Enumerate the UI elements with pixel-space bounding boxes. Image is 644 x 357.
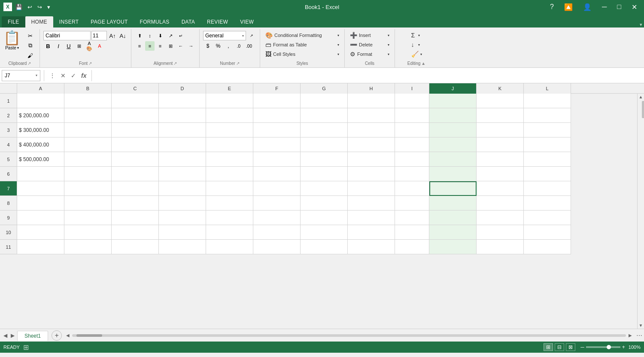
cell-E3[interactable] [206, 123, 253, 137]
cell-J8[interactable] [429, 196, 477, 211]
sheet-options-button[interactable]: ⋯ [636, 332, 642, 339]
cell-K4[interactable] [477, 137, 524, 152]
align-center-button[interactable]: ≡ [145, 41, 155, 51]
bold-button[interactable]: B [43, 41, 53, 51]
merge-button[interactable]: ⊞ [166, 41, 175, 51]
horizontal-track[interactable] [72, 334, 626, 337]
add-sheet-button[interactable]: + [52, 330, 62, 341]
cut-button[interactable]: ✂ [24, 31, 36, 40]
undo-button[interactable]: ↩ [26, 3, 34, 11]
cell-D1[interactable] [159, 94, 206, 108]
col-header-F[interactable]: F [253, 83, 301, 94]
cell-H8[interactable] [348, 196, 395, 211]
cell-K7[interactable] [477, 181, 524, 196]
cell-C4[interactable] [112, 137, 159, 152]
help-button[interactable]: ? [547, 2, 557, 12]
cell-I10[interactable] [395, 225, 429, 240]
align-top-button[interactable]: ⬆ [135, 31, 144, 40]
cell-A5[interactable]: $ 500,000.00 [17, 152, 64, 167]
scroll-thumb[interactable] [642, 101, 644, 118]
cell-E1[interactable] [206, 94, 253, 108]
formula-input[interactable] [95, 70, 642, 81]
tab-page-layout[interactable]: PAGE LAYOUT [85, 16, 134, 27]
cell-E5[interactable] [206, 152, 253, 167]
cell-B4[interactable] [64, 137, 112, 152]
copy-button[interactable]: ⧉ [24, 41, 36, 50]
row-header-7[interactable]: 7 [0, 181, 17, 196]
cell-E2[interactable] [206, 108, 253, 123]
cell-I9[interactable] [395, 211, 429, 225]
increase-font-button[interactable]: A↑ [108, 31, 117, 40]
align-left-button[interactable]: ≡ [135, 41, 144, 51]
cell-D7[interactable] [159, 181, 206, 196]
cell-I7[interactable] [395, 181, 429, 196]
number-format-dropdown[interactable]: General ▾ [203, 31, 246, 40]
cell-C3[interactable] [112, 123, 159, 137]
row-header-11[interactable]: 11 [0, 240, 17, 254]
clear-button[interactable]: 🧹 ▾ [410, 50, 424, 58]
cell-L7[interactable] [524, 181, 571, 196]
cell-C9[interactable] [112, 211, 159, 225]
decrease-font-button[interactable]: A↓ [118, 31, 128, 40]
row-header-8[interactable]: 8 [0, 196, 17, 211]
cell-H4[interactable] [348, 137, 395, 152]
cell-G10[interactable] [301, 225, 348, 240]
row-header-1[interactable]: 1 [0, 94, 17, 108]
vertical-scrollbar[interactable]: ▲ ▼ [637, 94, 644, 329]
cell-K9[interactable] [477, 211, 524, 225]
comma-button[interactable]: , [224, 41, 233, 51]
clipboard-expand-icon[interactable]: ↗ [27, 61, 31, 66]
cell-F10[interactable] [253, 225, 301, 240]
row-header-9[interactable]: 9 [0, 211, 17, 225]
scroll-up-button[interactable]: ▲ [638, 94, 644, 100]
scroll-left-button[interactable]: ◀ [65, 332, 70, 339]
align-bottom-button[interactable]: ⬇ [155, 31, 165, 40]
cell-F9[interactable] [253, 211, 301, 225]
cell-H3[interactable] [348, 123, 395, 137]
delete-cells-button[interactable]: ➖ Delete ▾ [348, 40, 391, 49]
cell-B6[interactable] [64, 167, 112, 181]
cell-G5[interactable] [301, 152, 348, 167]
col-header-E[interactable]: E [206, 83, 253, 94]
indent-decrease-button[interactable]: ← [176, 41, 185, 51]
cell-J1[interactable] [429, 94, 477, 108]
redo-button[interactable]: ↪ [36, 3, 44, 11]
cell-E6[interactable] [206, 167, 253, 181]
format-painter-button[interactable]: 🖌 [24, 51, 36, 60]
cell-H9[interactable] [348, 211, 395, 225]
cell-B10[interactable] [64, 225, 112, 240]
italic-button[interactable]: I [54, 41, 63, 51]
col-header-B[interactable]: B [64, 83, 112, 94]
tab-home[interactable]: HOME [25, 16, 53, 27]
row-header-6[interactable]: 6 [0, 167, 17, 181]
cell-I6[interactable] [395, 167, 429, 181]
text-orientation-button[interactable]: ↗ [166, 31, 175, 40]
cell-E8[interactable] [206, 196, 253, 211]
align-right-button[interactable]: ≡ [155, 41, 165, 51]
cell-L6[interactable] [524, 167, 571, 181]
name-box[interactable]: J7 ▾ [2, 70, 40, 81]
cell-I3[interactable] [395, 123, 429, 137]
cell-J2[interactable] [429, 108, 477, 123]
fill-color-button[interactable]: A🎨 [85, 41, 94, 51]
cell-I4[interactable] [395, 137, 429, 152]
sheet-tab-sheet1[interactable]: Sheet1 [17, 331, 48, 341]
cell-K11[interactable] [477, 240, 524, 254]
cell-J3[interactable] [429, 123, 477, 137]
cell-A6[interactable] [17, 167, 64, 181]
cell-A4[interactable]: $ 400,000.00 [17, 137, 64, 152]
cell-G6[interactable] [301, 167, 348, 181]
cell-L9[interactable] [524, 211, 571, 225]
font-size-input[interactable] [91, 31, 107, 40]
cell-K10[interactable] [477, 225, 524, 240]
fill-button[interactable]: ↓ ▾ [410, 40, 422, 49]
cell-I5[interactable] [395, 152, 429, 167]
cell-F11[interactable] [253, 240, 301, 254]
cell-A10[interactable] [17, 225, 64, 240]
cell-F7[interactable] [253, 181, 301, 196]
paste-button[interactable]: 📋 Paste ▾ [3, 31, 21, 50]
zoom-out-button[interactable]: ─ [580, 344, 584, 350]
col-header-J[interactable]: J [429, 83, 477, 94]
cell-D3[interactable] [159, 123, 206, 137]
cell-I1[interactable] [395, 94, 429, 108]
